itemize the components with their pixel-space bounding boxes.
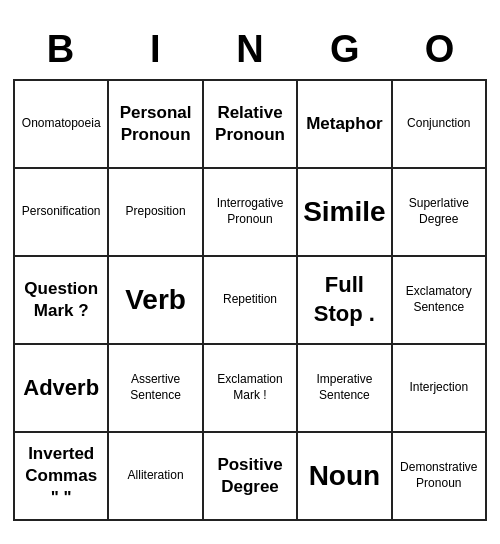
bingo-cell-text-12: Repetition (223, 292, 277, 308)
bingo-cell-14[interactable]: Exclamatory Sentence (393, 257, 487, 345)
bingo-cell-22[interactable]: Positive Degree (204, 433, 298, 521)
bingo-cell-text-9: Superlative Degree (397, 196, 481, 227)
bingo-letter-n: N (203, 23, 298, 77)
bingo-cell-11[interactable]: Verb (109, 257, 203, 345)
bingo-cell-17[interactable]: Exclamation Mark ! (204, 345, 298, 433)
bingo-cell-text-1: Personal Pronoun (113, 102, 197, 146)
bingo-cell-16[interactable]: Assertive Sentence (109, 345, 203, 433)
bingo-cell-text-18: Imperative Sentence (302, 372, 386, 403)
bingo-cell-19[interactable]: Interjection (393, 345, 487, 433)
bingo-letter-i: I (108, 23, 203, 77)
bingo-cell-text-10: Question Mark ? (19, 278, 103, 322)
bingo-card: BINGO OnomatopoeiaPersonal PronounRelati… (5, 15, 495, 529)
bingo-cell-text-15: Adverb (23, 374, 99, 403)
bingo-cell-12[interactable]: Repetition (204, 257, 298, 345)
bingo-cell-text-13: Full Stop . (302, 271, 386, 328)
bingo-cell-7[interactable]: Interrogative Pronoun (204, 169, 298, 257)
bingo-cell-text-7: Interrogative Pronoun (208, 196, 292, 227)
bingo-cell-text-19: Interjection (409, 380, 468, 396)
bingo-cell-2[interactable]: Relative Pronoun (204, 81, 298, 169)
bingo-cell-13[interactable]: Full Stop . (298, 257, 392, 345)
bingo-header: BINGO (13, 23, 487, 77)
bingo-cell-text-20: Inverted Commas " " (19, 443, 103, 509)
bingo-letter-o: O (392, 23, 487, 77)
bingo-cell-6[interactable]: Preposition (109, 169, 203, 257)
bingo-cell-text-3: Metaphor (306, 113, 383, 135)
bingo-cell-text-16: Assertive Sentence (113, 372, 197, 403)
bingo-cell-text-17: Exclamation Mark ! (208, 372, 292, 403)
bingo-cell-text-8: Simile (303, 194, 385, 230)
bingo-cell-text-22: Positive Degree (208, 454, 292, 498)
bingo-cell-10[interactable]: Question Mark ? (15, 257, 109, 345)
bingo-cell-18[interactable]: Imperative Sentence (298, 345, 392, 433)
bingo-cell-20[interactable]: Inverted Commas " " (15, 433, 109, 521)
bingo-cell-15[interactable]: Adverb (15, 345, 109, 433)
bingo-cell-8[interactable]: Simile (298, 169, 392, 257)
bingo-letter-g: G (297, 23, 392, 77)
bingo-cell-3[interactable]: Metaphor (298, 81, 392, 169)
bingo-cell-text-5: Personification (22, 204, 101, 220)
bingo-cell-text-14: Exclamatory Sentence (397, 284, 481, 315)
bingo-cell-5[interactable]: Personification (15, 169, 109, 257)
bingo-cell-text-21: Alliteration (128, 468, 184, 484)
bingo-cell-text-23: Noun (309, 458, 381, 494)
bingo-cell-text-6: Preposition (126, 204, 186, 220)
bingo-cell-9[interactable]: Superlative Degree (393, 169, 487, 257)
bingo-cell-text-0: Onomatopoeia (22, 116, 101, 132)
bingo-cell-21[interactable]: Alliteration (109, 433, 203, 521)
bingo-cell-1[interactable]: Personal Pronoun (109, 81, 203, 169)
bingo-cell-text-4: Conjunction (407, 116, 470, 132)
bingo-cell-23[interactable]: Noun (298, 433, 392, 521)
bingo-cell-text-24: Demonstrative Pronoun (397, 460, 481, 491)
bingo-letter-b: B (13, 23, 108, 77)
bingo-cell-text-11: Verb (125, 282, 186, 318)
bingo-cell-4[interactable]: Conjunction (393, 81, 487, 169)
bingo-cell-text-2: Relative Pronoun (208, 102, 292, 146)
bingo-cell-0[interactable]: Onomatopoeia (15, 81, 109, 169)
bingo-cell-24[interactable]: Demonstrative Pronoun (393, 433, 487, 521)
bingo-grid: OnomatopoeiaPersonal PronounRelative Pro… (13, 79, 487, 521)
